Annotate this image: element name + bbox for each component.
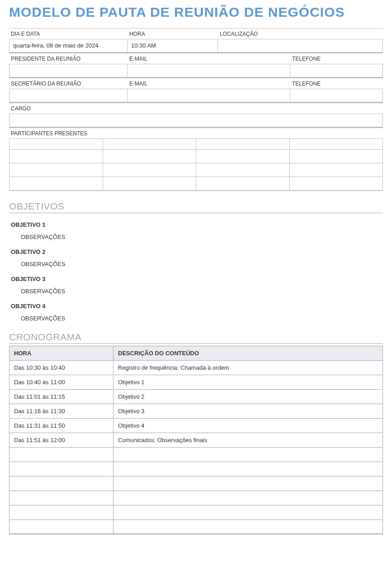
role-label: CARGO: [9, 103, 383, 114]
day-date-field[interactable]: quarta-feira, 08 de maio de 2024: [9, 39, 128, 52]
schedule-time-cell[interactable]: Das 11:31 às 11:50: [9, 418, 113, 433]
schedule-desc-cell[interactable]: [113, 520, 383, 534]
time-field[interactable]: 10:30 AM: [128, 39, 218, 52]
chair-field[interactable]: [9, 64, 128, 77]
time-label: HORA: [128, 29, 218, 39]
chair-label: PRESIDENTE DA REUNIÃO: [9, 53, 128, 64]
attendees-table: [9, 138, 383, 191]
schedule-time-cell[interactable]: Das 11:01 às 11:15: [9, 389, 113, 404]
role-field[interactable]: [9, 114, 383, 127]
attendee-cell[interactable]: [9, 139, 103, 150]
schedule-time-cell[interactable]: [9, 447, 113, 462]
objective-block: OBJETIVO 3 OBSERVAÇÕES: [9, 276, 383, 295]
schedule-time-cell[interactable]: [9, 476, 113, 491]
chair-email-field[interactable]: [128, 64, 290, 77]
attendee-cell[interactable]: [196, 177, 290, 191]
attendee-cell[interactable]: [9, 177, 103, 191]
attendee-cell[interactable]: [103, 177, 196, 191]
schedule-desc-cell[interactable]: Objetivo 3: [113, 404, 383, 418]
schedule-row: Das 10:30 às 10:40Registro de frequência…: [9, 360, 383, 375]
objective-title: OBJETIVO 2: [11, 248, 383, 255]
attendee-cell[interactable]: [9, 163, 103, 177]
schedule-row: [9, 491, 383, 505]
schedule-time-cell[interactable]: Das 11:51 às 12:00: [9, 433, 113, 447]
schedule-row: [9, 447, 383, 462]
objective-title: OBJETIVO 1: [11, 221, 383, 228]
attendee-cell[interactable]: [103, 150, 196, 163]
objective-block: OBJETIVO 4 OBSERVAÇÕES: [9, 303, 383, 322]
secretary-label: SECRETÁRIO DA REUNIÃO: [9, 78, 128, 89]
objective-notes-label: OBSERVAÇÕES: [21, 261, 383, 267]
objective-block: OBJETIVO 2 OBSERVAÇÕES: [9, 248, 383, 267]
objective-title: OBJETIVO 3: [11, 276, 383, 282]
attendee-cell[interactable]: [196, 139, 290, 150]
schedule-row: [9, 505, 383, 520]
schedule-desc-cell[interactable]: Objetivo 2: [113, 389, 383, 404]
chair-phone-label: TELEFONE: [290, 53, 383, 64]
day-date-label: DIA E DATA: [9, 29, 128, 39]
secretary-field[interactable]: [9, 89, 128, 102]
schedule-time-cell[interactable]: [9, 462, 113, 476]
chair-phone-field[interactable]: [290, 64, 383, 77]
schedule-desc-cell[interactable]: Objetivo 1: [113, 375, 383, 389]
schedule-time-cell[interactable]: Das 10:40 às 11:00: [9, 375, 113, 389]
attendee-cell[interactable]: [289, 150, 383, 163]
objective-notes-label: OBSERVAÇÕES: [21, 315, 383, 322]
schedule-row: Das 10:40 às 11:00Objetivo 1: [9, 375, 383, 389]
schedule-header-desc: DESCRIÇÃO DO CONTEÚDO: [113, 346, 383, 360]
schedule-row: Das 11:51 às 12:00Comunicados; Observaçõ…: [9, 433, 383, 447]
schedule-desc-cell[interactable]: Objetivo 4: [113, 418, 383, 433]
schedule-time-cell[interactable]: Das 10:30 às 10:40: [9, 360, 113, 375]
schedule-time-cell[interactable]: [9, 491, 113, 505]
location-label: LOCALIZAÇÃO: [218, 29, 383, 39]
attendee-cell[interactable]: [289, 177, 383, 191]
schedule-desc-cell[interactable]: Comunicados; Observações finais: [113, 433, 383, 447]
objective-notes-label: OBSERVAÇÕES: [21, 234, 383, 240]
objective-title: OBJETIVO 4: [11, 303, 383, 310]
schedule-time-cell[interactable]: [9, 505, 113, 520]
secretary-phone-label: TELEFONE: [290, 78, 383, 89]
attendee-cell[interactable]: [196, 150, 290, 163]
chair-email-label: E-MAIL: [128, 53, 290, 64]
schedule-table: HORA DESCRIÇÃO DO CONTEÚDO Das 10:30 às …: [9, 346, 383, 535]
attendee-cell[interactable]: [9, 150, 103, 163]
attendee-cell[interactable]: [289, 139, 383, 150]
schedule-row: Das 11:31 às 11:50Objetivo 4: [9, 418, 383, 433]
secretary-phone-field[interactable]: [290, 89, 383, 102]
schedule-time-cell[interactable]: [9, 520, 113, 534]
objective-block: OBJETIVO 1 OBSERVAÇÕES: [9, 221, 383, 240]
schedule-row: Das 11:16 às 11:30Objetivo 3: [9, 404, 383, 418]
page-title: MODELO DE PAUTA DE REUNIÃO DE NEGÓCIOS: [9, 5, 383, 20]
schedule-header-time: HORA: [9, 346, 113, 360]
schedule-desc-cell[interactable]: Registro de frequência; Chamada à ordem: [113, 360, 383, 375]
schedule-desc-cell[interactable]: [113, 462, 383, 476]
schedule-desc-cell[interactable]: [113, 505, 383, 520]
objective-notes-label: OBSERVAÇÕES: [21, 288, 383, 295]
objectives-heading: OBJETIVOS: [9, 201, 383, 213]
schedule-desc-cell[interactable]: [113, 476, 383, 491]
schedule-row: Das 11:01 às 11:15Objetivo 2: [9, 389, 383, 404]
attendee-cell[interactable]: [103, 139, 196, 150]
schedule-desc-cell[interactable]: [113, 447, 383, 462]
location-field[interactable]: [218, 39, 383, 52]
attendee-cell[interactable]: [289, 163, 383, 177]
secretary-email-label: E-MAIL: [128, 78, 290, 89]
schedule-time-cell[interactable]: Das 11:16 às 11:30: [9, 404, 113, 418]
attendee-cell[interactable]: [196, 163, 290, 177]
schedule-row: [9, 476, 383, 491]
schedule-row: [9, 462, 383, 476]
schedule-heading: CRONOGRAMA: [9, 332, 383, 344]
attendees-label: PARTICIPANTES PRESENTES: [9, 128, 383, 138]
schedule-row: [9, 520, 383, 534]
schedule-desc-cell[interactable]: [113, 491, 383, 505]
attendee-cell[interactable]: [103, 163, 196, 177]
secretary-email-field[interactable]: [128, 89, 290, 102]
